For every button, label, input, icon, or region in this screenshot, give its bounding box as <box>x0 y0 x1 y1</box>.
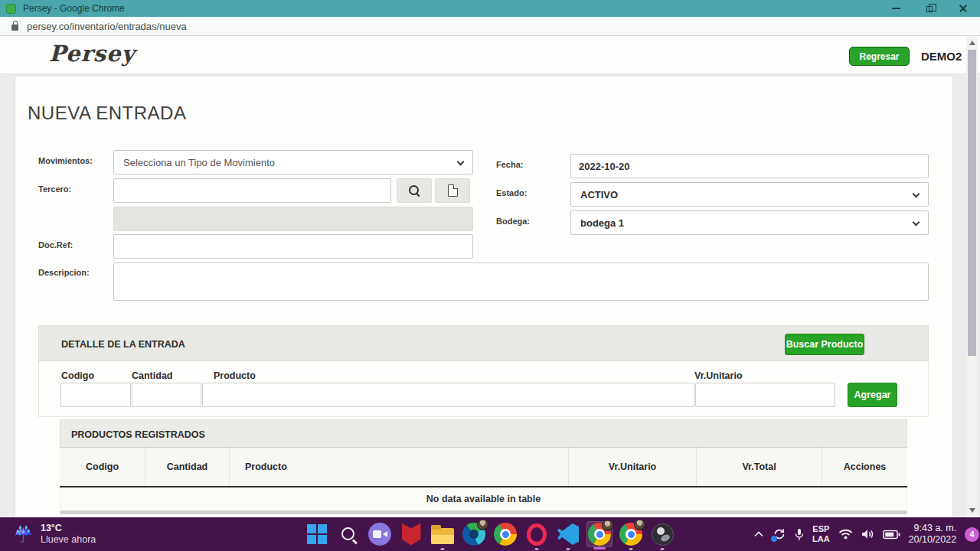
browser-scrollbar[interactable] <box>966 36 978 517</box>
taskbar-edge-button[interactable] <box>461 521 487 547</box>
tray-date: 20/10/2022 <box>909 534 957 546</box>
notification-badge[interactable]: 4 <box>965 527 979 542</box>
detalle-entry-row: Codigo Cantidad Producto Vr.Unitario Agr… <box>38 361 929 417</box>
col-header-vrunitario[interactable]: Vr.Unitario <box>569 448 697 486</box>
col-header-vrtotal[interactable]: Vr.Total <box>697 448 822 486</box>
battery-icon <box>883 530 900 540</box>
movimientos-select[interactable]: Selecciona un Tipo de Movimiento <box>113 150 473 174</box>
codigo-input[interactable] <box>60 383 131 407</box>
chevron-down-icon <box>913 219 920 227</box>
language-bottom: LAA <box>812 534 830 544</box>
table-horizontal-scrollbar[interactable] <box>60 510 907 514</box>
col-header-cantidad[interactable]: Cantidad <box>145 448 230 486</box>
window-controls <box>879 0 980 17</box>
tray-battery-button[interactable] <box>883 530 900 540</box>
app-header: Persey Regresar DEMO2 <box>0 36 980 74</box>
weather-temperature: 13°C <box>41 523 96 534</box>
taskbar-meet-button[interactable] <box>367 521 393 547</box>
search-icon <box>339 525 358 543</box>
taskbar-vscode-button[interactable] <box>555 521 581 547</box>
col-header-acciones[interactable]: Acciones <box>822 448 907 486</box>
productos-table-header: Codigo Cantidad Producto Vr.Unitario Vr.… <box>60 448 907 487</box>
clock-widget[interactable]: 9:43 a. m. 20/10/2022 <box>909 523 957 546</box>
docref-label: Doc.Ref: <box>38 240 73 249</box>
entry-col-vrunitario: Vr.Unitario <box>694 370 743 381</box>
detalle-title: DETALLE DE LA ENTRADA <box>61 339 185 350</box>
taskbar-obs-button[interactable] <box>649 521 675 547</box>
minimize-button[interactable] <box>879 0 913 17</box>
close-button[interactable] <box>946 0 980 17</box>
movimientos-value: Selecciona un Tipo de Movimiento <box>123 157 275 168</box>
running-indicator <box>661 548 665 550</box>
chrome-icon <box>494 523 517 546</box>
weather-widget[interactable]: ☔ 13°C Llueve ahora <box>8 517 102 551</box>
windows-logo-icon <box>307 524 327 544</box>
url-text[interactable]: persey.co/inventario/entradas/nueva <box>27 21 187 32</box>
fecha-label: Fecha: <box>496 160 523 169</box>
persey-favicon-icon <box>6 4 16 14</box>
scroll-up-arrow-icon[interactable] <box>969 41 975 45</box>
taskbar-mcafee-button[interactable] <box>398 521 424 547</box>
cantidad-input[interactable] <box>132 383 201 407</box>
browser-urlbar[interactable]: persey.co/inventario/entradas/nueva <box>0 17 980 36</box>
taskbar-chrome-button[interactable] <box>492 521 518 547</box>
system-tray: ESP LAA <box>753 517 979 551</box>
buscar-producto-button[interactable]: Buscar Producto <box>785 334 864 355</box>
col-header-codigo[interactable]: Codigo <box>60 448 145 486</box>
taskbar-opera-button[interactable] <box>524 521 550 547</box>
obs-icon <box>652 523 674 546</box>
agregar-button[interactable]: Agregar <box>848 383 897 407</box>
restore-button[interactable] <box>913 0 946 17</box>
vscode-icon <box>557 523 579 545</box>
chevron-up-icon <box>753 531 764 537</box>
docref-input[interactable] <box>113 234 473 259</box>
tercero-name-display <box>113 207 473 231</box>
tray-volume-button[interactable] <box>861 529 874 540</box>
page-title: NUEVA ENTRADA <box>28 103 186 124</box>
tray-overflow-button[interactable] <box>753 531 764 537</box>
taskbar-chrome-profile-active-button[interactable] <box>586 521 612 547</box>
col-header-producto[interactable]: Producto <box>230 448 569 486</box>
tercero-search-button[interactable] <box>397 178 432 203</box>
taskbar-file-explorer-button[interactable] <box>430 521 456 547</box>
estado-select[interactable]: ACTIVO <box>570 182 929 207</box>
active-window-indicator <box>593 547 606 549</box>
user-menu[interactable]: DEMO2 <box>921 50 962 63</box>
tray-wifi-button[interactable] <box>838 529 853 540</box>
fecha-input[interactable] <box>570 154 929 178</box>
running-indicator <box>629 548 633 550</box>
language-indicator[interactable]: ESP LAA <box>812 524 830 544</box>
bodega-label: Bodega: <box>496 217 530 226</box>
folder-icon <box>431 528 454 544</box>
persey-logo[interactable]: Persey <box>49 41 135 67</box>
movimientos-label: Movimientos: <box>38 156 93 165</box>
productos-title: PRODUCTOS REGISTRADOS <box>71 429 205 440</box>
empty-table-message: No data available in table <box>60 487 907 510</box>
running-indicator <box>441 548 445 550</box>
windows-start-button[interactable] <box>304 521 330 547</box>
profile-avatar <box>477 519 488 530</box>
close-icon <box>959 4 968 13</box>
producto-input[interactable] <box>202 383 694 407</box>
estado-value: ACTIVO <box>580 189 618 201</box>
tercero-label: Tercero: <box>38 184 71 194</box>
regresar-button[interactable]: Regresar <box>849 47 910 66</box>
tercero-input[interactable] <box>113 178 391 203</box>
tercero-new-doc-button[interactable] <box>435 178 470 203</box>
scrollbar-thumb[interactable] <box>968 50 976 356</box>
tray-microphone-button[interactable] <box>795 528 804 541</box>
vrunitario-input[interactable] <box>695 383 835 407</box>
entry-col-cantidad: Cantidad <box>132 370 172 381</box>
scroll-down-arrow-icon[interactable] <box>969 508 975 513</box>
taskbar-search-button[interactable] <box>335 521 361 547</box>
taskbar: ☔ 13°C Llueve ahora <box>0 517 980 551</box>
tray-time: 9:43 a. m. <box>909 523 957 534</box>
language-top: ESP <box>812 524 830 534</box>
minimize-icon <box>892 8 900 9</box>
tray-sync-button[interactable] <box>773 528 786 541</box>
lock-icon[interactable] <box>11 24 18 31</box>
bodega-select[interactable]: bodega 1 <box>570 210 929 235</box>
taskbar-chrome-profile-button[interactable] <box>618 521 644 547</box>
document-icon <box>448 184 458 197</box>
descripcion-textarea[interactable] <box>113 262 929 301</box>
